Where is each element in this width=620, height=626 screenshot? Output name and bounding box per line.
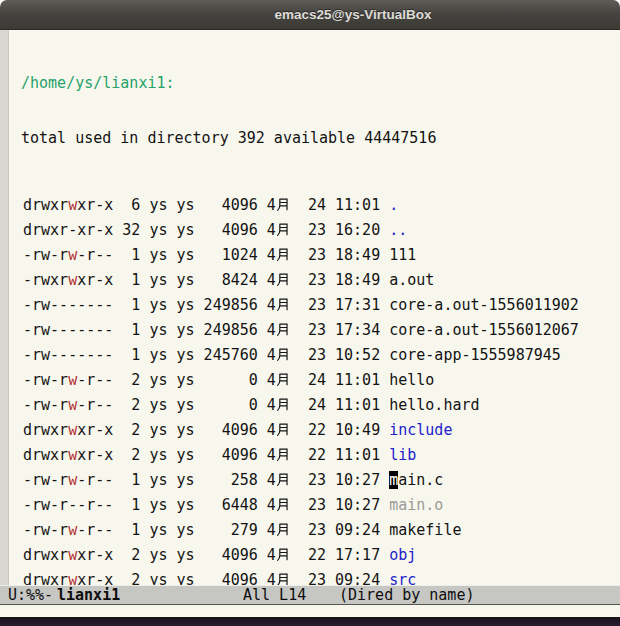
file-name[interactable]: lib (389, 446, 416, 464)
file-name[interactable]: makefile (389, 521, 461, 539)
mode-line: U:%%- lianxi1 All L14 (Dired by name) (0, 585, 620, 605)
group-write-permission: w (68, 421, 77, 439)
group-write-permission: w (68, 571, 77, 585)
file-name[interactable]: obj (389, 546, 416, 564)
buffer-area[interactable]: /home/ys/lianxi1: total used in director… (0, 30, 620, 585)
file-permissions: -rw-rw-r-- (23, 371, 113, 389)
dired-row-.[interactable]: drwxrwxr-x 6 ys ys 4096 4 24 11:01 . (23, 193, 620, 218)
file-permissions: -rw-rw-r-- (23, 521, 113, 539)
file-permissions: drwxr-xr-x (23, 221, 113, 239)
dired-row-main.c[interactable]: -rw-rw-r-- 1 ys ys 258 4 23 10:27 main.c (23, 468, 620, 493)
modeline-major-mode[interactable]: (Dired by name) (339, 586, 474, 604)
group-write-permission: w (68, 196, 77, 214)
file-name[interactable]: a.out (389, 271, 434, 289)
scrollbar-track[interactable] (0, 30, 9, 585)
file-permissions: -rw------- (23, 346, 113, 364)
file-name[interactable]: 111 (389, 246, 416, 264)
desktop-edge (0, 617, 620, 626)
file-permissions: -rw------- (23, 321, 113, 339)
window-title: emacs25@ys-VirtualBox (275, 7, 432, 22)
cjk-month-glyph (276, 397, 290, 412)
group-write-permission: w (68, 271, 77, 289)
file-name[interactable]: src (389, 571, 416, 585)
cjk-month-glyph (276, 547, 290, 562)
file-permissions: drwxrwxr-x (23, 571, 113, 585)
dired-row-core-app-1555987945[interactable]: -rw------- 1 ys ys 245760 4 23 10:52 cor… (23, 343, 620, 368)
dired-row-core-a.out-1556011902[interactable]: -rw------- 1 ys ys 249856 4 23 17:31 cor… (23, 293, 620, 318)
cjk-month-glyph (276, 572, 290, 585)
dired-row-src[interactable]: drwxrwxr-x 2 ys ys 4096 4 23 09:24 src (23, 568, 620, 585)
cjk-month-glyph (276, 522, 290, 537)
file-name[interactable]: main.o (389, 496, 443, 514)
text-cursor: m (389, 471, 398, 489)
file-permissions: drwxrwxr-x (23, 196, 113, 214)
modeline-flags: U:%%- (8, 586, 53, 604)
cjk-month-glyph (276, 222, 290, 237)
file-name[interactable]: core-app-1555987945 (389, 346, 561, 364)
dired-row-..[interactable]: drwxr-xr-x 32 ys ys 4096 4 23 16:20 .. (23, 218, 620, 243)
file-name[interactable]: .. (389, 221, 407, 239)
file-permissions: drwxrwxr-x (23, 421, 113, 439)
file-permissions: -rw-rw-r-- (23, 471, 113, 489)
dired-file-list: drwxrwxr-x 6 ys ys 4096 4 24 11:01 .drwx… (21, 193, 620, 585)
cjk-month-glyph (276, 347, 290, 362)
group-write-permission: w (68, 371, 77, 389)
echo-area[interactable] (0, 605, 620, 617)
file-permissions: -rwxrwxr-x (23, 271, 113, 289)
dired-buffer: /home/ys/lianxi1: total used in director… (0, 30, 620, 585)
file-permissions: -rw------- (23, 296, 113, 314)
dired-row-a.out[interactable]: -rwxrwxr-x 1 ys ys 8424 4 23 18:49 a.out (23, 268, 620, 293)
emacs-window: emacs25@ys-VirtualBox /home/ys/lianxi1: … (0, 0, 620, 626)
group-write-permission: w (68, 521, 77, 539)
dired-row-lib[interactable]: drwxrwxr-x 2 ys ys 4096 4 22 11:01 lib (23, 443, 620, 468)
group-write-permission: w (68, 446, 77, 464)
group-write-permission: w (68, 471, 77, 489)
group-write-permission: w (68, 246, 77, 264)
modeline-buffer-name[interactable]: lianxi1 (57, 586, 120, 604)
window-titlebar[interactable]: emacs25@ys-VirtualBox (0, 0, 620, 30)
dired-row-core-a.out-1556012067[interactable]: -rw------- 1 ys ys 249856 4 23 17:34 cor… (23, 318, 620, 343)
file-name[interactable]: . (389, 196, 398, 214)
cjk-month-glyph (276, 472, 290, 487)
dired-row-main.o[interactable]: -rw-r--r-- 1 ys ys 6448 4 23 10:27 main.… (23, 493, 620, 518)
dired-row-makefile[interactable]: -rw-rw-r-- 1 ys ys 279 4 23 09:24 makefi… (23, 518, 620, 543)
modeline-position: All L14 (243, 586, 306, 604)
cjk-month-glyph (276, 297, 290, 312)
dired-directory-header: /home/ys/lianxi1: (21, 74, 620, 93)
file-name[interactable]: include (389, 421, 452, 439)
cjk-month-glyph (276, 497, 290, 512)
cjk-month-glyph (276, 247, 290, 262)
file-permissions: -rw-rw-r-- (23, 396, 113, 414)
cjk-month-glyph (276, 322, 290, 337)
file-name[interactable]: main.c (389, 471, 443, 489)
file-permissions: -rw-r--r-- (23, 496, 113, 514)
file-name[interactable]: core-a.out-1556012067 (389, 321, 579, 339)
dired-total-line: total used in directory 392 available 44… (21, 129, 620, 148)
dired-row-hello[interactable]: -rw-rw-r-- 2 ys ys 0 4 24 11:01 hello (23, 368, 620, 393)
dired-row-hello.hard[interactable]: -rw-rw-r-- 2 ys ys 0 4 24 11:01 hello.ha… (23, 393, 620, 418)
group-write-permission: w (68, 546, 77, 564)
file-permissions: -rw-rw-r-- (23, 246, 113, 264)
file-name[interactable]: hello (389, 371, 434, 389)
file-name[interactable]: hello.hard (389, 396, 479, 414)
file-name[interactable]: core-a.out-1556011902 (389, 296, 579, 314)
dired-row-111[interactable]: -rw-rw-r-- 1 ys ys 1024 4 23 18:49 111 (23, 243, 620, 268)
cjk-month-glyph (276, 447, 290, 462)
dired-row-obj[interactable]: drwxrwxr-x 2 ys ys 4096 4 22 17:17 obj (23, 543, 620, 568)
cjk-month-glyph (276, 272, 290, 287)
file-permissions: drwxrwxr-x (23, 446, 113, 464)
cjk-month-glyph (276, 197, 290, 212)
cjk-month-glyph (276, 372, 290, 387)
group-write-permission: w (68, 396, 77, 414)
dired-row-include[interactable]: drwxrwxr-x 2 ys ys 4096 4 22 10:49 inclu… (23, 418, 620, 443)
cjk-month-glyph (276, 422, 290, 437)
file-permissions: drwxrwxr-x (23, 546, 113, 564)
